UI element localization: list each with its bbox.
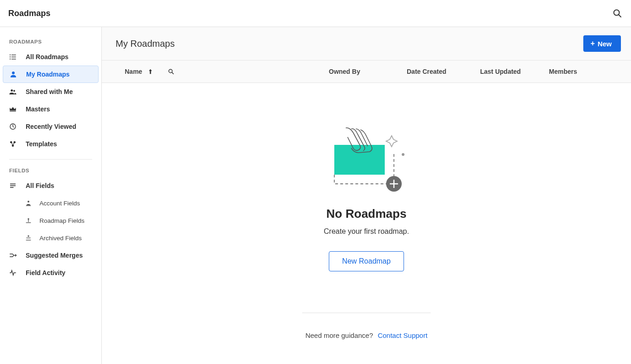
activity-icon xyxy=(8,269,17,277)
sort-ascending-icon[interactable] xyxy=(147,68,154,75)
sidebar-item-label: Masters xyxy=(26,105,50,113)
sidebar-item-shared-with-me[interactable]: Shared with Me xyxy=(3,83,99,100)
page-title: My Roadmaps xyxy=(116,39,175,49)
column-last-updated[interactable]: Last Updated xyxy=(480,68,549,75)
sidebar-item-my-roadmaps[interactable]: My Roadmaps xyxy=(3,66,99,83)
svg-rect-5 xyxy=(11,57,16,57)
column-members[interactable]: Members xyxy=(549,68,604,75)
main-header: My Roadmaps + New xyxy=(102,27,631,60)
sidebar-item-label: All Fields xyxy=(26,182,54,189)
sidebar-item-account-fields[interactable]: Account Fields xyxy=(18,194,99,212)
merge-icon xyxy=(8,251,17,259)
column-search-icon[interactable] xyxy=(167,67,175,76)
svg-rect-18 xyxy=(10,184,16,185)
group-icon xyxy=(8,88,17,96)
sidebar: ROADMAPS All Roadmaps My Roadmaps Shared… xyxy=(0,27,102,364)
sidebar-item-masters[interactable]: Masters xyxy=(3,100,99,118)
empty-title: No Roadmaps xyxy=(327,207,407,221)
svg-rect-19 xyxy=(10,185,16,186)
sidebar-item-all-roadmaps[interactable]: All Roadmaps xyxy=(3,48,99,66)
svg-point-26 xyxy=(28,235,29,237)
empty-illustration xyxy=(327,124,405,193)
sidebar-item-label: Shared with Me xyxy=(26,88,73,95)
svg-point-35 xyxy=(402,153,404,156)
sidebar-item-label: Account Fields xyxy=(39,200,80,207)
svg-rect-25 xyxy=(26,222,31,223)
column-name[interactable]: Name xyxy=(125,68,142,75)
svg-point-9 xyxy=(11,89,13,92)
sidebar-item-label: Archived Fields xyxy=(39,235,82,242)
svg-point-10 xyxy=(13,90,15,92)
column-owned-by[interactable]: Owned By xyxy=(329,68,407,75)
list-icon xyxy=(8,53,17,61)
svg-rect-11 xyxy=(10,111,16,112)
roadmap-field-icon xyxy=(24,217,33,224)
archive-icon xyxy=(24,234,33,242)
top-header: Roadmaps xyxy=(0,0,631,27)
svg-point-21 xyxy=(28,201,29,203)
footer-prompt: Need more guidance? xyxy=(305,331,373,339)
clock-icon xyxy=(8,122,17,131)
app-title: Roadmaps xyxy=(8,9,50,18)
sidebar-item-field-activity[interactable]: Field Activity xyxy=(3,264,99,281)
svg-rect-7 xyxy=(11,59,16,59)
svg-rect-4 xyxy=(10,56,11,57)
section-label-roadmaps: ROADMAPS xyxy=(3,35,99,48)
svg-line-17 xyxy=(13,143,14,145)
section-label-fields: FIELDS xyxy=(3,164,99,177)
sidebar-item-label: Recently Viewed xyxy=(26,123,76,130)
plus-icon: + xyxy=(591,39,595,48)
sidebar-item-label: Field Activity xyxy=(26,269,66,276)
sidebar-item-all-fields[interactable]: All Fields xyxy=(3,177,99,194)
crown-icon xyxy=(8,105,17,113)
svg-line-16 xyxy=(12,143,13,145)
sidebar-item-suggested-merges[interactable]: Suggested Merges xyxy=(3,247,99,264)
svg-rect-28 xyxy=(26,240,31,240)
contact-support-link[interactable]: Contact Support xyxy=(378,331,427,339)
table-header: Name Owned By Date Created Last Updated … xyxy=(102,60,631,83)
svg-point-23 xyxy=(28,218,29,220)
new-button-label: New xyxy=(598,40,612,48)
empty-state: No Roadmaps Create your first roadmap. N… xyxy=(102,83,631,364)
sidebar-item-label: Roadmap Fields xyxy=(39,217,84,224)
column-date-created[interactable]: Date Created xyxy=(407,68,480,75)
search-icon[interactable] xyxy=(612,8,623,19)
templates-icon xyxy=(8,140,17,148)
sidebar-divider xyxy=(9,159,92,160)
svg-rect-2 xyxy=(10,55,11,55)
account-icon xyxy=(24,199,33,207)
sidebar-item-templates[interactable]: Templates xyxy=(3,135,99,153)
new-button[interactable]: + New xyxy=(583,35,621,52)
sidebar-item-recently-viewed[interactable]: Recently Viewed xyxy=(3,118,99,135)
svg-point-0 xyxy=(614,10,620,16)
main-content: My Roadmaps + New Name Owned By Date Cre… xyxy=(102,27,631,364)
svg-rect-20 xyxy=(10,187,14,188)
lines-icon xyxy=(8,182,17,190)
svg-rect-6 xyxy=(10,59,11,60)
svg-point-8 xyxy=(12,72,15,74)
footer-note: Need more guidance? Contact Support xyxy=(302,313,431,339)
svg-rect-22 xyxy=(26,205,31,206)
new-roadmap-button[interactable]: New Roadmap xyxy=(329,251,404,271)
sidebar-item-label: My Roadmaps xyxy=(26,71,70,78)
svg-line-30 xyxy=(172,72,173,74)
svg-line-1 xyxy=(619,15,621,17)
person-icon xyxy=(9,70,18,78)
sidebar-item-archived-fields[interactable]: Archived Fields xyxy=(18,229,99,247)
sidebar-item-label: Templates xyxy=(26,140,57,148)
empty-subtitle: Create your first roadmap. xyxy=(324,227,409,236)
svg-rect-27 xyxy=(26,237,30,238)
svg-rect-24 xyxy=(28,220,28,222)
svg-rect-3 xyxy=(11,55,16,55)
sidebar-item-label: Suggested Merges xyxy=(26,252,83,259)
sidebar-item-label: All Roadmaps xyxy=(26,53,68,61)
svg-point-15 xyxy=(12,145,14,147)
sidebar-item-roadmap-fields[interactable]: Roadmap Fields xyxy=(18,212,99,229)
